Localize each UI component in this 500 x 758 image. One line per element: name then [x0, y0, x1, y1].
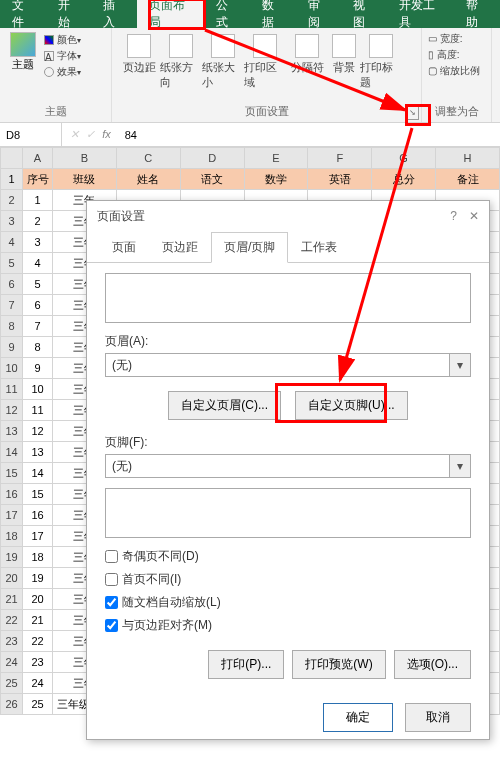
tab-5[interactable]: 数据 [250, 0, 296, 28]
tab-3[interactable]: 页面布局 [137, 0, 204, 28]
column-header[interactable]: A [23, 148, 53, 169]
ribbon-group-scale: ▭ 宽度: ▯ 高度: ▢ 缩放比例 调整为合 [422, 28, 492, 122]
column-header[interactable] [1, 148, 23, 169]
dialog-tab-2[interactable]: 页眉/页脚 [211, 232, 288, 263]
field-header: 语文 [180, 169, 244, 190]
print-area-button[interactable]: 打印区域 [244, 32, 286, 90]
tab-9[interactable]: 帮助 [454, 0, 500, 28]
align-margins-checkbox[interactable]: 与页边距对齐(M) [105, 617, 471, 634]
scale-control[interactable]: ▢ 缩放比例 [428, 63, 485, 79]
page-setup-dialog: 页面设置 ? ✕ 页面页边距页眉/页脚工作表 页眉(A): (无) 自定义页眉(… [86, 200, 490, 740]
ok-button[interactable]: 确定 [323, 703, 393, 732]
ribbon-body: 主题 颜色 ▾ A字体 ▾ 效果 ▾ 主题 页边距 纸张方向 纸张大小 打印区域… [0, 28, 500, 123]
orientation-button[interactable]: 纸张方向 [160, 32, 202, 90]
dialog-tabs: 页面页边距页眉/页脚工作表 [87, 231, 489, 263]
footer-preview [105, 488, 471, 538]
effects-button[interactable]: 效果 ▾ [44, 64, 81, 80]
column-header[interactable]: G [372, 148, 436, 169]
dialog-tab-1[interactable]: 页边距 [149, 232, 211, 263]
scale-with-doc-checkbox[interactable]: 随文档自动缩放(L) [105, 594, 471, 611]
cancel-button[interactable]: 取消 [405, 703, 471, 732]
field-header: 备注 [436, 169, 500, 190]
column-header[interactable]: D [180, 148, 244, 169]
ribbon-group-themes: 主题 颜色 ▾ A字体 ▾ 效果 ▾ 主题 [0, 28, 112, 122]
footer-select[interactable]: (无) [105, 454, 471, 478]
height-control[interactable]: ▯ 高度: [428, 47, 485, 63]
formula-input[interactable]: 84 [119, 129, 137, 141]
dialog-help-icon[interactable]: ? [450, 209, 457, 223]
field-header: 姓名 [116, 169, 180, 190]
custom-header-button[interactable]: 自定义页眉(C)... [168, 391, 281, 420]
dialog-title: 页面设置 [97, 208, 145, 225]
column-header[interactable]: E [244, 148, 308, 169]
margins-button[interactable]: 页边距 [118, 32, 160, 90]
footer-label: 页脚(F): [105, 434, 471, 451]
header-preview [105, 273, 471, 323]
tab-1[interactable]: 开始 [46, 0, 92, 28]
tab-6[interactable]: 审阅 [296, 0, 342, 28]
tab-2[interactable]: 插入 [91, 0, 137, 28]
odd-even-checkbox[interactable]: 奇偶页不同(D) [105, 548, 471, 565]
field-header: 序号 [23, 169, 53, 190]
background-button[interactable]: 背景 [328, 32, 360, 90]
print-titles-button[interactable]: 打印标题 [360, 32, 402, 90]
print-button[interactable]: 打印(P)... [208, 650, 284, 679]
header-select[interactable]: (无) [105, 353, 471, 377]
dialog-tab-3[interactable]: 工作表 [288, 232, 350, 263]
tab-4[interactable]: 公式 [204, 0, 250, 28]
tab-8[interactable]: 开发工具 [387, 0, 454, 28]
first-page-checkbox[interactable]: 首页不同(I) [105, 571, 471, 588]
header-label: 页眉(A): [105, 333, 471, 350]
width-control[interactable]: ▭ 宽度: [428, 31, 485, 47]
field-header: 总分 [372, 169, 436, 190]
fx-icon[interactable]: fx [62, 128, 119, 141]
column-header[interactable]: H [436, 148, 500, 169]
tab-0[interactable]: 文件 [0, 0, 46, 28]
column-header[interactable]: C [116, 148, 180, 169]
print-preview-button[interactable]: 打印预览(W) [292, 650, 385, 679]
fonts-button[interactable]: A字体 ▾ [44, 48, 81, 64]
name-box[interactable]: D8 [0, 123, 62, 146]
dialog-close-icon[interactable]: ✕ [469, 209, 479, 223]
column-header[interactable]: B [53, 148, 117, 169]
size-button[interactable]: 纸张大小 [202, 32, 244, 90]
formula-bar: D8 fx 84 [0, 123, 500, 147]
options-button[interactable]: 选项(O)... [394, 650, 471, 679]
page-setup-dialog-launcher[interactable]: ↘ [405, 106, 419, 120]
field-header: 数学 [244, 169, 308, 190]
themes-button[interactable]: 主题 [6, 32, 40, 72]
field-header: 英语 [308, 169, 372, 190]
ribbon-group-page-setup: 页边距 纸张方向 纸张大小 打印区域 分隔符 背景 打印标题 页面设置 ↘ [112, 28, 422, 122]
dialog-tab-0[interactable]: 页面 [99, 232, 149, 263]
colors-button[interactable]: 颜色 ▾ [44, 32, 81, 48]
ribbon-tabs: 文件开始插入页面布局公式数据审阅视图开发工具帮助 [0, 0, 500, 28]
tab-7[interactable]: 视图 [341, 0, 387, 28]
field-header: 班级 [53, 169, 117, 190]
breaks-button[interactable]: 分隔符 [286, 32, 328, 90]
column-header[interactable]: F [308, 148, 372, 169]
custom-footer-button[interactable]: 自定义页脚(U)... [295, 391, 408, 420]
